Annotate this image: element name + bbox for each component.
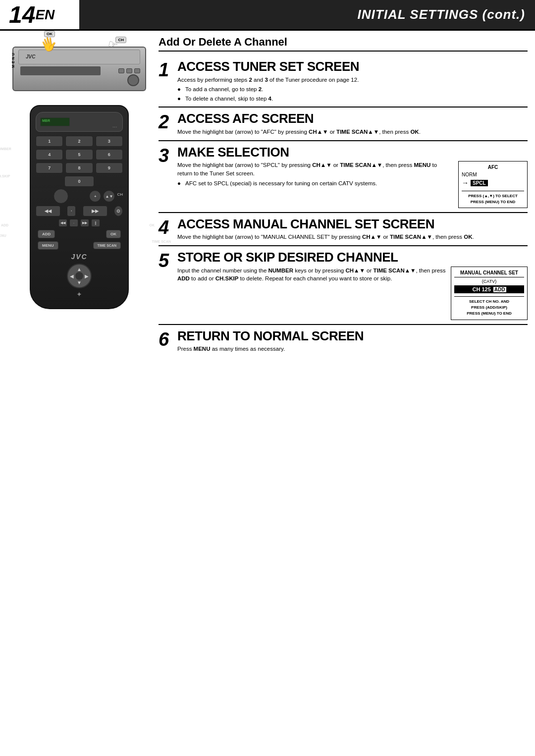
bullet-dot-3: ● xyxy=(177,179,183,187)
step-3-inner: Move the highlight bar (arrow) to "SPCL"… xyxy=(177,161,528,208)
remote-display: MBR xyxy=(40,117,70,126)
remote-jvc-brand: JVC xyxy=(36,253,123,261)
page-suffix: EN xyxy=(35,7,54,23)
panel-3-footer: PRESS (▲,▼) TO SELECTPRESS (MENU) TO END xyxy=(462,191,524,204)
chskip-label: CH.SKIP xyxy=(0,174,10,178)
vcr-btn-3 xyxy=(134,68,140,73)
step-6-number: 6 xyxy=(159,329,174,353)
header-title: INITIAL SETTINGS (cont.) xyxy=(358,7,525,22)
nav-ring2[interactable]: ▲ ▼ ◀ ▶ xyxy=(67,264,92,288)
ch-up[interactable]: + xyxy=(89,190,101,202)
panel-norm-row: NORM xyxy=(462,172,524,177)
btn-9[interactable]: 9 xyxy=(96,162,123,173)
section-title: Add Or Delete A Channel xyxy=(159,36,528,52)
step-2-text: Move the highlight bar (arrow) to "AFC" … xyxy=(177,128,528,136)
number-label: NUMBER xyxy=(0,147,11,151)
playback-controls: ◀◀ · ▶▶ ‖ xyxy=(36,219,123,227)
nav-left2: ◀ xyxy=(70,273,74,279)
nav-center2 xyxy=(75,272,83,280)
btn-rew[interactable]: ◀◀ xyxy=(58,219,67,227)
btn-circle[interactable]: ⊙ xyxy=(114,206,123,216)
vcr-device: JVC 🖐 ☞ OK CH xyxy=(12,47,146,91)
vcr-btn-2 xyxy=(126,68,132,73)
step-1-block: 1 ACCESS TUNER SET SCREEN Access by perf… xyxy=(159,55,528,108)
number-pad: 1 2 3 4 5 6 7 8 9 xyxy=(36,136,123,173)
btn-stop[interactable]: · xyxy=(67,206,76,216)
btn-left[interactable]: ◀◀ xyxy=(36,206,60,216)
step-5-number: 5 xyxy=(159,250,174,320)
timescan-button[interactable]: TIME SCAN xyxy=(93,242,121,249)
step-3-heading: MAKE SELECTION xyxy=(177,145,528,160)
step-5-left: Input the channel number using the NUMBE… xyxy=(177,267,446,320)
ch-label-remote: CH xyxy=(117,190,123,202)
ch-label: CH xyxy=(115,37,126,43)
btn-4[interactable]: 4 xyxy=(36,149,63,160)
step-4-content: ACCESS MANUAL CHANNEL SET SCREEN Move th… xyxy=(174,217,528,241)
page-number: 14EN xyxy=(0,0,79,29)
btn-6[interactable]: 6 xyxy=(96,149,123,160)
step-3-content: MAKE SELECTION Move the highlight bar (a… xyxy=(174,145,528,208)
step-6-text: Press MENU as many times as necessary. xyxy=(177,345,528,353)
right-column: Add Or Delete A Channel 1 ACCESS TUNER S… xyxy=(154,31,535,756)
page-header: 14EN INITIAL SETTINGS (cont.) xyxy=(0,0,535,31)
step-1-content: ACCESS TUNER SET SCREEN Access by perfor… xyxy=(174,59,528,103)
bullet-3-text: AFC set to SPCL (special) is necessary f… xyxy=(185,179,377,187)
btn-ffw[interactable]: ▶▶ xyxy=(80,219,89,227)
btn-play[interactable]: · xyxy=(69,219,78,227)
bullet-2-text: To delete a channel, skip to step 4. xyxy=(185,95,273,103)
btn-right[interactable]: ▶▶ xyxy=(83,206,107,216)
bullet-dot-1: ● xyxy=(177,85,183,93)
menu-row: MENU TIME SCAN xyxy=(36,241,123,250)
btn-3[interactable]: 3 xyxy=(96,136,123,147)
btn-7[interactable]: 7 xyxy=(36,162,63,173)
step-3-number: 3 xyxy=(159,145,174,208)
nav-right2: ▶ xyxy=(85,273,89,279)
step-5-content: STORE OR SKIP DESIRED CHANNEL Input the … xyxy=(174,250,528,320)
btn-0-row: 0 xyxy=(36,176,123,187)
step-3-left: Move the highlight bar (arrow) to "SPCL"… xyxy=(177,161,453,208)
chskip-button[interactable] xyxy=(54,189,68,204)
middle-btns: ◀◀ · ▶▶ ⊙ xyxy=(36,206,123,216)
panel-spcl-row: → SPCL xyxy=(462,179,524,187)
step-1-bullet-2: ● To delete a channel, skip to step 4. xyxy=(177,95,528,103)
step-3-bullet: ● AFC set to SPCL (special) is necessary… xyxy=(177,179,453,187)
add-button[interactable]: ADD xyxy=(38,230,55,238)
step-5-inner: Input the channel number using the NUMBE… xyxy=(177,267,528,320)
btn-5[interactable]: 5 xyxy=(65,149,93,160)
step-4-text: Move the highlight bar (arrow) to "MANUA… xyxy=(177,233,528,241)
panel-norm: NORM xyxy=(462,172,477,177)
ch-arrows[interactable]: ▲▼ xyxy=(103,190,115,202)
panel5-catv: (CATV) xyxy=(454,279,524,284)
btn-pause[interactable]: ‖ xyxy=(91,219,100,227)
step-4-number: 4 xyxy=(159,217,174,241)
header-title-bar: INITIAL SETTINGS (cont.) xyxy=(79,0,535,29)
ok-button-remote[interactable]: OK xyxy=(106,230,121,238)
panel5-footer: SELECT CH NO. ANDPRESS (ADD/SKIP)PRESS (… xyxy=(454,296,524,317)
menu-button[interactable]: MENU xyxy=(38,241,58,250)
vcr-dial xyxy=(127,74,139,86)
btn-2[interactable]: 2 xyxy=(65,136,93,147)
add-menu-row: ADD OK xyxy=(36,230,123,238)
step-2-block: 2 ACCESS AFC SCREEN Move the highlight b… xyxy=(159,108,528,141)
step-3-text: Move the highlight bar (arrow) to "SPCL"… xyxy=(177,161,453,177)
arrow-right-icon: → xyxy=(462,179,469,187)
chskip-row: + ▲▼ CH xyxy=(36,189,123,204)
left-column: JVC 🖐 ☞ OK CH MENU xyxy=(0,31,154,756)
btn-0[interactable]: 0 xyxy=(64,176,94,187)
step-3-panel: AFC NORM → SPCL PRESS (▲,▼) TO SELECTPRE… xyxy=(458,161,528,208)
panel5-header: MANUAL CHANNEL SET xyxy=(454,270,524,277)
add-label: ADD xyxy=(1,223,8,227)
vcr-top-panel: JVC xyxy=(18,50,140,64)
btn-1[interactable]: 1 xyxy=(36,136,63,147)
step-3-block: 3 MAKE SELECTION Move the highlight bar … xyxy=(159,141,528,213)
vcr-tape-slot xyxy=(20,66,101,75)
add-display: ADD xyxy=(493,287,506,292)
remote-top: MBR ··· xyxy=(36,112,123,132)
remote-nav2: ▲ ▼ ◀ ▶ xyxy=(36,264,123,288)
step-4-heading: ACCESS MANUAL CHANNEL SET SCREEN xyxy=(177,217,528,231)
btn-8[interactable]: 8 xyxy=(65,162,93,173)
step-5-block: 5 STORE OR SKIP DESIRED CHANNEL Input th… xyxy=(159,246,528,325)
ok-label-remote: OK xyxy=(150,223,155,227)
step-2-heading: ACCESS AFC SCREEN xyxy=(177,111,528,126)
step-5-heading: STORE OR SKIP DESIRED CHANNEL xyxy=(177,250,528,265)
